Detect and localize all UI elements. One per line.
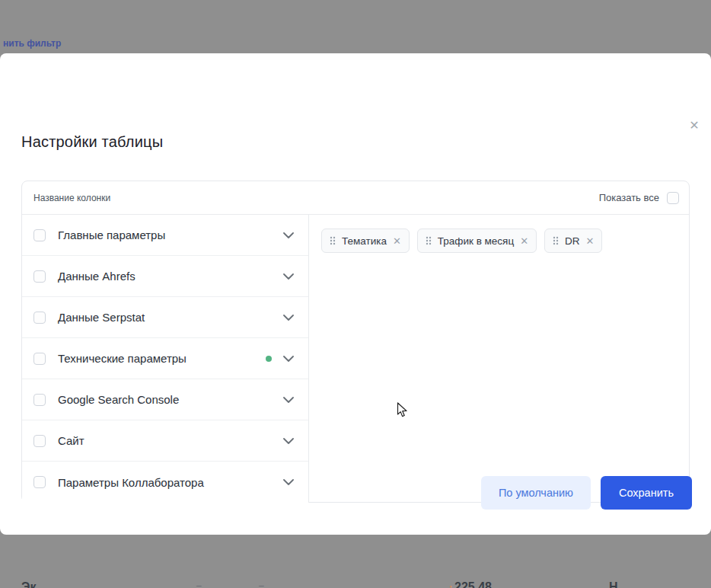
- close-icon[interactable]: ✕: [685, 116, 703, 134]
- columns-panel: Название колонки Показать все Главные па…: [21, 181, 690, 503]
- table-cell-fragment: –: [196, 580, 202, 588]
- background-table-row: Эк – – ↑225.48 Н: [0, 577, 711, 588]
- category-checkbox[interactable]: [33, 435, 46, 447]
- category-label: Сайт: [58, 434, 84, 447]
- category-checkbox[interactable]: [33, 270, 46, 283]
- selected-columns-area: Тематика ✕ Трафик в месяц ✕ DR ✕: [309, 215, 689, 503]
- category-checkbox[interactable]: [33, 229, 46, 241]
- category-label: Данные Serpstat: [58, 311, 145, 324]
- chevron-down-icon[interactable]: [283, 232, 294, 238]
- panel-header: Название колонки Показать все: [22, 181, 689, 215]
- chevron-down-icon[interactable]: [283, 397, 294, 403]
- table-settings-modal: Настройки таблицы ✕ Название колонки Пок…: [0, 53, 711, 535]
- drag-handle-icon[interactable]: [553, 236, 559, 245]
- category-label: Главные параметры: [58, 228, 165, 241]
- table-cell-fragment: Эк: [21, 580, 36, 588]
- category-label: Google Search Console: [58, 393, 179, 406]
- category-label: Параметры Коллаборатора: [58, 476, 204, 489]
- show-all-control: Показать все: [599, 192, 679, 204]
- category-row-google-search-console[interactable]: Google Search Console: [22, 379, 308, 420]
- chevron-down-icon[interactable]: [283, 315, 294, 321]
- chevron-down-icon[interactable]: [283, 479, 294, 485]
- remove-chip-icon[interactable]: ✕: [520, 236, 528, 246]
- drag-handle-icon[interactable]: [330, 236, 336, 245]
- chevron-down-icon[interactable]: [283, 273, 294, 280]
- category-row-serpstat[interactable]: Данные Serpstat: [22, 297, 308, 338]
- modal-title: Настройки таблицы: [21, 133, 163, 151]
- table-cell-fragment: –: [259, 580, 264, 588]
- chip-label: Трафик в месяц: [438, 235, 514, 247]
- save-button[interactable]: Сохранить: [601, 476, 692, 510]
- chevron-down-icon[interactable]: [283, 356, 294, 362]
- category-label: Технические параметры: [58, 352, 187, 365]
- column-name-header: Название колонки: [33, 193, 110, 203]
- up-arrow-icon: ↑: [448, 583, 453, 588]
- chip-label: DR: [565, 235, 580, 247]
- column-chip-traffic[interactable]: Трафик в месяц ✕: [417, 228, 537, 253]
- category-checkbox[interactable]: [33, 476, 46, 488]
- panel-body: Главные параметры Данные Ahrefs Данные S…: [22, 215, 689, 503]
- save-filter-link[interactable]: нить фильтр: [3, 38, 61, 49]
- table-cell-fragment: Н: [609, 580, 618, 588]
- remove-chip-icon[interactable]: ✕: [586, 236, 595, 246]
- modal-footer: По умолчанию Сохранить: [481, 476, 692, 510]
- category-checkbox[interactable]: [33, 312, 46, 324]
- show-all-label: Показать все: [599, 192, 659, 203]
- chip-label: Тематика: [342, 235, 387, 247]
- remove-chip-icon[interactable]: ✕: [393, 236, 401, 246]
- screen: нить фильтр Эк – – ↑225.48 Н Настройки т…: [0, 0, 711, 588]
- column-chip-dr[interactable]: DR ✕: [544, 228, 602, 253]
- default-button[interactable]: По умолчанию: [481, 476, 591, 510]
- category-row-main-params[interactable]: Главные параметры: [22, 215, 308, 256]
- chevron-down-icon[interactable]: [283, 438, 294, 444]
- drag-handle-icon[interactable]: [426, 236, 432, 245]
- category-row-technical-params[interactable]: Технические параметры: [22, 338, 308, 379]
- metric-value: 225.48: [454, 580, 492, 588]
- category-label: Данные Ahrefs: [58, 270, 136, 283]
- category-checkbox[interactable]: [33, 353, 46, 365]
- show-all-checkbox[interactable]: [667, 192, 679, 204]
- table-cell-metric: ↑225.48: [448, 580, 492, 588]
- category-list: Главные параметры Данные Ahrefs Данные S…: [22, 215, 309, 503]
- active-indicator-dot: [266, 356, 272, 362]
- category-row-site[interactable]: Сайт: [22, 420, 308, 462]
- category-row-collaborator-params[interactable]: Параметры Коллаборатора: [22, 462, 308, 503]
- category-row-ahrefs[interactable]: Данные Ahrefs: [22, 256, 308, 297]
- column-chip-tematika[interactable]: Тематика ✕: [321, 228, 410, 253]
- category-checkbox[interactable]: [33, 394, 46, 406]
